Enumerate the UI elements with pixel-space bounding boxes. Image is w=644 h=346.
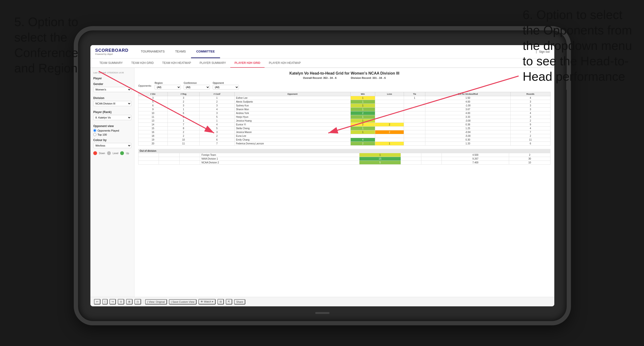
cell-rounds: 7 <box>510 130 550 134</box>
cell-conf: 1 <box>199 119 234 123</box>
sub-nav-player-h2h-heatmap[interactable]: PLAYER H2H HEATMAP <box>264 59 305 68</box>
cell-win: 1 <box>350 127 375 130</box>
cell-reg: 11 <box>168 142 199 146</box>
cell-conf: 5 <box>199 127 234 130</box>
cell-reg: 2 <box>168 130 199 134</box>
cell-ood-opponent: Foreign Team <box>200 153 360 157</box>
cell-reg: 2 <box>168 100 199 104</box>
toolbar-back[interactable]: ⟨ <box>102 299 108 305</box>
col-div: # Div <box>138 92 168 96</box>
opponents-label: Opponents: <box>138 84 152 87</box>
sidebar-radio-top100[interactable]: Top 100 <box>93 133 131 136</box>
cell-rounds: 2 <box>510 119 550 123</box>
sidebar-player-rank-select[interactable]: 8. Katelyn Vo <box>93 115 131 120</box>
filter-region-group: Region (All) <box>155 82 181 90</box>
cell-tie <box>404 119 425 123</box>
toolbar-share[interactable]: Share <box>234 299 245 305</box>
toolbar-brackets[interactable]: ⊞ <box>126 299 132 305</box>
cell-ood-diff: 7.400 <box>442 161 509 165</box>
cell-ood-conf <box>180 153 200 157</box>
sub-nav-player-summary[interactable]: PLAYER SUMMARY <box>195 59 230 68</box>
toolbar-grid-icon[interactable]: ⊟ <box>218 299 224 305</box>
cell-div: 19 <box>138 138 168 142</box>
cell-opponent: Sydney Kuo <box>234 104 350 108</box>
cell-diff: 1.33 <box>425 142 510 146</box>
cell-opponent: Andrea York <box>234 111 350 115</box>
colour-label-level: Level <box>113 152 118 155</box>
cell-win: 1 <box>350 119 375 123</box>
toolbar-redo[interactable]: ↪ <box>110 299 116 305</box>
cell-ood-loss <box>401 153 421 157</box>
cell-diff: -5.00 <box>425 134 510 138</box>
cell-win: 2 <box>350 142 375 146</box>
toolbar-save-custom-view[interactable]: | Save Custom View <box>169 299 197 305</box>
ood-table-row: NCAA Division 2 5 7.400 10 <box>138 161 550 165</box>
cell-conf: 1 <box>199 96 234 100</box>
sidebar-gender-select[interactable]: Women's <box>93 87 131 92</box>
table-row: 9 1 4 Sharon Mun 1 3.67 3 <box>138 108 550 111</box>
cell-ood-rounds: 30 <box>509 157 550 161</box>
cell-loss <box>375 104 404 108</box>
nav-teams[interactable]: TEAMS <box>170 45 191 58</box>
sub-nav-team-h2h-heatmap[interactable]: TEAM H2H HEATMAP <box>158 59 195 68</box>
cell-conf: 3 <box>199 130 234 134</box>
cell-ood-win: 15 <box>360 157 401 161</box>
cell-win: 2 <box>350 111 375 115</box>
toolbar-expand-icon[interactable]: ⇱ <box>226 299 232 305</box>
col-tie: Tie <box>404 92 425 96</box>
cell-win: 4 <box>350 138 375 142</box>
cell-tie <box>404 127 425 130</box>
nav-committee[interactable]: COMMITTEE <box>191 45 220 58</box>
cell-win: 1 <box>350 130 375 134</box>
filter-conference-select[interactable]: (All) <box>184 85 210 90</box>
toolbar-undo[interactable]: ↩ <box>94 299 100 305</box>
cell-opponent: Heejo Hyun <box>234 115 350 119</box>
cell-opponent: Jessica Huang <box>234 119 350 123</box>
toolbar-view-original[interactable]: | View: Original <box>145 299 167 305</box>
filter-region-select[interactable]: (All) <box>155 85 181 90</box>
bottom-toolbar: ↩ ⟨ ↪ ⊙ ⊞ ◷ | View: Original | Save Cust… <box>90 297 554 306</box>
table-row: 11 2 5 Heejo Hyun 1 3.33 3 <box>138 115 550 119</box>
toolbar-watch[interactable]: 👁 Watch ▾ <box>198 299 216 305</box>
table-row: 3 3 1 Esther Lee 1 1 1.50 4 <box>138 96 550 100</box>
records-row: Overall Record: 353 - 34 - 6 Division Re… <box>138 76 550 79</box>
sidebar-division-label: Division <box>93 96 131 100</box>
col-conf: # Conf <box>199 92 234 96</box>
cell-loss <box>375 111 404 115</box>
cell-conf: 2 <box>199 134 234 138</box>
cell-reg: 1 <box>168 108 199 111</box>
cell-loss <box>375 100 404 104</box>
toolbar-clock[interactable]: ◷ <box>134 299 141 305</box>
cell-ood-conf <box>180 161 200 165</box>
cell-conf: 4 <box>199 108 234 111</box>
cell-tie <box>404 138 425 142</box>
sub-nav-player-h2h-grid[interactable]: PLAYER H2H GRID <box>230 59 264 68</box>
cell-reg: 1 <box>168 119 199 123</box>
cell-opponent: Stella Cheng <box>234 127 350 130</box>
cell-diff: 0.30 <box>425 138 510 142</box>
cell-rounds: 4 <box>510 111 550 115</box>
cell-opponent: Alexis Sudjianto <box>234 100 350 104</box>
cell-reg: 2 <box>168 115 199 119</box>
sidebar-opponent-view-label: Opponent view <box>93 124 131 128</box>
cell-tie <box>404 134 425 138</box>
cell-ood-reg <box>159 161 180 165</box>
table-row: 14 7 4 Eunice Yi 2 2 0.38 9 <box>138 123 550 127</box>
sidebar-division-select[interactable]: NCAA Division III <box>93 101 131 106</box>
tablet-home-bar <box>315 312 330 314</box>
toolbar-sep-1 <box>143 300 143 304</box>
sidebar-colour-select[interactable]: Win/loss <box>93 143 131 148</box>
toolbar-home[interactable]: ⊙ <box>118 299 124 305</box>
cell-tie <box>404 130 425 134</box>
colour-label-down: Down <box>99 152 105 155</box>
nav-tournaments[interactable]: TOURNAMENTS <box>136 45 170 58</box>
cell-tie <box>404 123 425 127</box>
cell-ood-win: 5 <box>360 161 401 165</box>
cell-conf: 6 <box>199 138 234 142</box>
sub-nav-team-h2h-grid[interactable]: TEAM H2H GRID <box>127 59 158 68</box>
cell-div: 3 <box>138 96 168 100</box>
filter-opponent-select[interactable]: (All) <box>213 85 239 90</box>
cell-reg: 2 <box>168 134 199 138</box>
cell-ood-tie <box>421 153 442 157</box>
sidebar-radio-opponents-played[interactable]: Opponents Played <box>93 129 131 132</box>
